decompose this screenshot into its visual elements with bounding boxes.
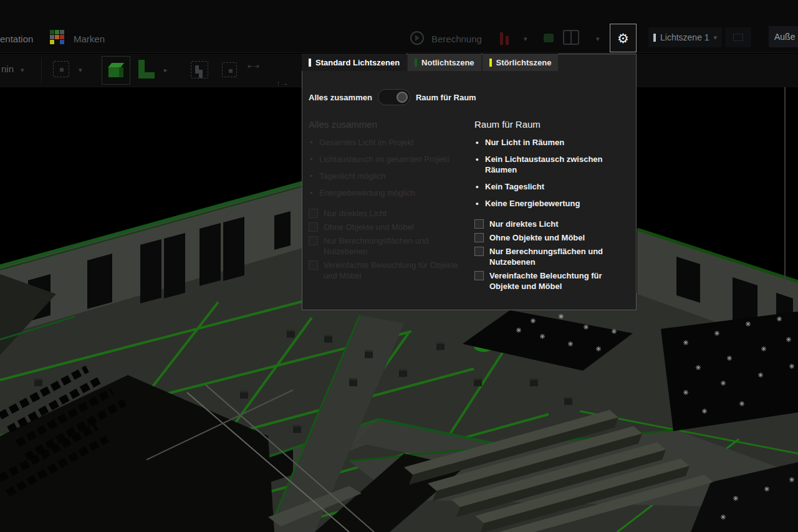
- cube-3d-icon: [108, 63, 123, 78]
- tab-indicator: [415, 59, 417, 67]
- bullet-item: •Lichtaustausch im gesamten Projekt: [309, 154, 468, 164]
- aussen-label: Auße: [774, 32, 795, 42]
- chevron-down-icon[interactable]: ▾: [596, 35, 600, 43]
- checkbox-icon: [309, 209, 318, 218]
- checkbox-nur-direktes-licht-disabled: Nur direktes Licht: [309, 208, 468, 219]
- tab-label: Notlichtszene: [421, 58, 474, 67]
- lightscene-list-icon[interactable]: [500, 31, 509, 45]
- checkbox-ohne-objekte[interactable]: Ohne Objekte und Möbel: [474, 232, 632, 243]
- bullet-item: •Energiebewertung möglich: [309, 188, 468, 198]
- tab-label: Standard Lichtszenen: [315, 58, 400, 67]
- small-display-button[interactable]: [725, 27, 751, 47]
- lightscene-selector[interactable]: Lichtszene 1 ▾: [648, 27, 722, 47]
- bullet-item: •Gesamtes Licht im Projekt: [309, 137, 468, 148]
- floorplan-l-icon[interactable]: [138, 60, 156, 78]
- column-title: Raum für Raum: [474, 119, 632, 130]
- checkbox-nur-berechnungsflaechen-disabled: Nur Berechnungsflächen und Nutzebenen: [309, 235, 468, 257]
- tab-standard-lichtszenen[interactable]: Standard Lichtszenen: [302, 54, 406, 71]
- chevron-down-icon: ▾: [714, 34, 718, 42]
- measure-distance-icon[interactable]: ⇤⇥: [248, 62, 266, 78]
- berechnung-button[interactable]: Berechnung: [431, 34, 482, 44]
- zoom-to-fit-icon[interactable]: [191, 61, 208, 78]
- selection-tool-icon[interactable]: [53, 61, 69, 77]
- marken-icon: [50, 30, 64, 44]
- scope-toggle-row: Alles zusammen Raum für Raum: [309, 89, 476, 105]
- checkbox-icon: [474, 247, 484, 256]
- bullet-item: •Keine Energiebewertung: [474, 198, 632, 209]
- tab-indicator: [489, 59, 492, 67]
- lightscene-indicator: [653, 34, 656, 42]
- bullet-item: •Kein Lichtaustausch zwischen Räumen: [474, 154, 632, 175]
- toolbar-main: entation Marken Berechnung ▾ ▾ ⚙ Lichtsz…: [0, 0, 798, 53]
- scope-toggle-switch[interactable]: [378, 89, 410, 105]
- column-title: Alles zusammen: [309, 119, 468, 130]
- chevron-down-icon[interactable]: ▾: [21, 66, 24, 74]
- bullet-item: •Tageslicht möglich: [309, 171, 468, 181]
- checkbox-icon: [474, 219, 484, 229]
- alles-zusammen-column: Alles zusammen •Gesamtes Licht im Projek…: [309, 119, 468, 284]
- arrow-right-icon[interactable]: ▸: [164, 66, 168, 74]
- coordinate-axes-icon[interactable]: ↑→: [276, 78, 292, 96]
- checkbox-vereinfachte-beleuchtung-disabled: Vereinfachte Beleuchtung für Objekte und…: [309, 260, 468, 281]
- toggle-left-label: Alles zusammen: [309, 93, 372, 102]
- tab-dokumentation-partial[interactable]: entation: [0, 34, 33, 44]
- chevron-down-icon[interactable]: ▾: [524, 35, 527, 43]
- tab-indicator: [309, 59, 311, 67]
- checkbox-icon: [309, 236, 318, 245]
- lightscene-tabs: Standard Lichtszenen Notlichtszene Störl…: [302, 54, 558, 71]
- tab-notlichtszene[interactable]: Notlichtszene: [408, 54, 481, 71]
- documentation-book-icon[interactable]: [563, 30, 579, 45]
- view-3d-button-active[interactable]: [102, 56, 130, 85]
- berechnung-icon: [410, 31, 424, 45]
- tab-label: Störlichtszene: [496, 58, 552, 67]
- left-dropdown-partial[interactable]: nin: [1, 64, 14, 74]
- toggle-right-label: Raum für Raum: [416, 93, 476, 102]
- raum-fuer-raum-column: Raum für Raum •Nur Licht in Räumen •Kein…: [474, 119, 632, 295]
- tab-marken[interactable]: Marken: [74, 34, 105, 44]
- bullet-item: •Kein Tageslicht: [474, 181, 632, 192]
- zoom-selection-icon[interactable]: [222, 62, 237, 77]
- tab-stoerlichtszene[interactable]: Störlichtszene: [483, 54, 559, 71]
- dim-green-icon[interactable]: [544, 34, 554, 42]
- checkbox-nur-direktes-licht[interactable]: Nur direktes Licht: [474, 219, 632, 229]
- checkbox-icon: [474, 271, 484, 280]
- aussen-tab-partial[interactable]: Auße: [769, 26, 798, 47]
- checkbox-ohne-objekte-disabled: Ohne Objekte und Möbel: [309, 222, 468, 232]
- frame-icon: [733, 34, 743, 41]
- gear-icon: ⚙: [617, 32, 629, 45]
- checkbox-nur-berechnungsflaechen[interactable]: Nur Berechnungsflächen und Nutzebenen: [474, 246, 632, 267]
- lightscene-settings-gear-button[interactable]: ⚙: [610, 24, 637, 52]
- application-window: entation Marken Berechnung ▾ ▾ ⚙ Lichtsz…: [0, 0, 798, 532]
- bullet-item: •Nur Licht in Räumen: [474, 137, 632, 148]
- lightscene-settings-popup: Standard Lichtszenen Notlichtszene Störl…: [302, 54, 637, 310]
- checkbox-icon: [309, 260, 318, 270]
- lightscene-value: Lichtszene 1: [660, 32, 709, 42]
- checkbox-icon: [474, 233, 484, 242]
- checkbox-vereinfachte-beleuchtung[interactable]: Vereinfachte Beleuchtung für Objekte und…: [474, 270, 632, 292]
- chevron-down-icon[interactable]: ▾: [79, 66, 82, 74]
- checkbox-icon: [309, 222, 318, 232]
- toggle-knob: [397, 92, 408, 103]
